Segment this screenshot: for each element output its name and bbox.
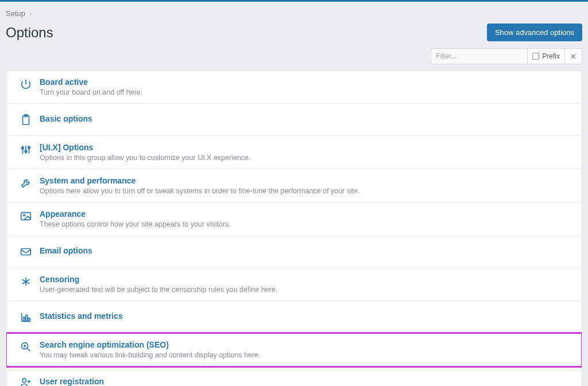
- sliders-icon: [12, 143, 40, 156]
- clear-filter-button[interactable]: ✕: [565, 48, 582, 64]
- row-basic-options[interactable]: Basic options: [6, 104, 582, 136]
- svg-rect-18: [29, 318, 30, 322]
- row-user-registration[interactable]: User registration: [6, 366, 582, 386]
- row-title: Censoring: [40, 275, 576, 284]
- wrench-icon: [12, 176, 40, 189]
- row-appearance[interactable]: Appearance These options control how you…: [6, 202, 582, 236]
- asterisk-icon: [12, 275, 40, 288]
- row-seo[interactable]: Search engine optimization (SEO) You may…: [6, 333, 582, 366]
- close-icon: ✕: [570, 52, 577, 61]
- row-email-options[interactable]: Email options: [6, 236, 582, 268]
- svg-point-23: [22, 379, 26, 382]
- row-desc: These options control how your site appe…: [40, 220, 576, 228]
- row-title: Appearance: [40, 209, 576, 219]
- clipboard-icon: [12, 113, 40, 126]
- svg-rect-17: [26, 315, 28, 321]
- row-system-performance[interactable]: System and performance Options here allo…: [6, 169, 582, 202]
- row-title: [UI.X] Options: [40, 143, 576, 152]
- row-desc: You may tweak various link-building and …: [40, 351, 576, 359]
- user-plus-icon: [12, 376, 40, 386]
- breadcrumb: Setup ›: [0, 2, 588, 21]
- breadcrumb-setup[interactable]: Setup: [6, 9, 25, 18]
- svg-rect-10: [21, 249, 31, 255]
- row-desc: Options in this group allow you to custo…: [40, 154, 576, 162]
- row-title: Statistics and metrics: [40, 311, 576, 321]
- row-title: Search engine optimization (SEO): [40, 340, 576, 349]
- row-title: User registration: [40, 377, 576, 386]
- row-desc: Turn your board on and off here.: [40, 88, 576, 96]
- row-desc: User-generated text will be subject to t…: [40, 286, 576, 294]
- image-icon: [12, 209, 40, 223]
- row-uix-options[interactable]: [UI.X] Options Options in this group all…: [6, 136, 582, 169]
- svg-rect-16: [23, 317, 25, 321]
- svg-point-9: [24, 215, 25, 216]
- row-title: System and performance: [40, 176, 576, 185]
- row-censoring[interactable]: Censoring User-generated text will be su…: [6, 268, 582, 301]
- row-board-active[interactable]: Board active Turn your board on and off …: [6, 71, 582, 104]
- svg-line-20: [28, 349, 30, 352]
- prefix-label: Prefix: [542, 52, 560, 60]
- search-plus-icon: [12, 340, 40, 353]
- row-title: Basic options: [40, 114, 576, 123]
- show-advanced-button[interactable]: Show advanced options: [487, 24, 582, 41]
- row-statistics[interactable]: Statistics and metrics: [6, 301, 582, 333]
- row-desc: Options here allow you to turn off or tw…: [40, 187, 576, 195]
- mail-icon: [12, 245, 40, 258]
- power-icon: [12, 77, 40, 91]
- row-title: Email options: [40, 246, 576, 255]
- options-panel: Board active Turn your board on and off …: [6, 70, 582, 386]
- filter-input[interactable]: [431, 48, 527, 64]
- page-title: Options: [6, 25, 53, 41]
- checkbox-icon: [532, 53, 539, 60]
- chevron-right-icon: ›: [30, 10, 32, 17]
- bar-chart-icon: [12, 310, 40, 323]
- prefix-toggle[interactable]: Prefix: [527, 48, 565, 64]
- row-title: Board active: [40, 77, 576, 87]
